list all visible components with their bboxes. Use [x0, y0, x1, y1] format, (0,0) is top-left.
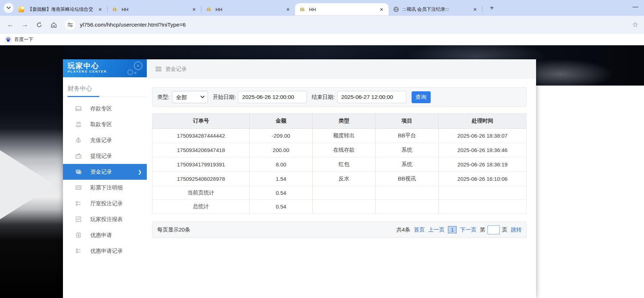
sidebar: 玩家中心 PLAYERS CENTER 财务中心 存款专区: [63, 59, 147, 298]
sidebar-item-label: 彩票下注明细: [90, 184, 123, 191]
table-row: 1750934206947418 200.00 在线存款 系统 2025-06-…: [153, 143, 527, 157]
col-project: 项目: [376, 114, 439, 129]
sidebar-item-hall-bet-records[interactable]: 厅室投注记录: [63, 196, 147, 211]
tab-hh-2[interactable]: HH ✕: [201, 3, 295, 15]
address-bar[interactable]: yl756.com/hhcp/usercenter.html?iniType=6: [80, 22, 186, 28]
background-wedge-shape: [0, 150, 55, 219]
cell-order-id: 1750934206947418: [153, 143, 250, 157]
table-header-row: 订单号 金额 类型 项目 处理时间: [153, 114, 527, 129]
table-row: 1750934179919391 8.00 红包 系统 2025-06-26 1…: [153, 157, 527, 172]
home-icon[interactable]: [50, 21, 58, 29]
promo-icon: [75, 232, 82, 238]
hh-gold-icon: [112, 6, 118, 13]
cell-process-time: 2025-06-26 18:36:19: [439, 157, 527, 172]
minimize-button[interactable]: —: [632, 4, 638, 10]
sidebar-item-withdraw-zone[interactable]: 取款专区: [63, 116, 147, 132]
sidebar-item-recharge-records[interactable]: 充值记录: [63, 132, 147, 148]
tab-close-icon[interactable]: ✕: [378, 6, 385, 13]
cell-project: BB视讯: [376, 172, 439, 186]
cell-amount: 0.54: [250, 200, 313, 214]
start-date-label: 开始日期:: [213, 94, 236, 101]
moneybag-icon: [75, 137, 82, 143]
tab-video-records[interactable]: :::视讯 会员下注纪录::: ✕: [389, 3, 482, 15]
cell-process-time: 2025-06-26 18:36:46: [439, 143, 527, 157]
table-row-page-total: 当前页统计 0.54: [153, 186, 527, 200]
end-date-input[interactable]: [337, 91, 406, 103]
globe-icon: [393, 6, 399, 13]
ticket-icon: [75, 184, 82, 191]
tab-divider: [482, 6, 482, 13]
mail-icon: [18, 6, 24, 13]
sidebar-item-label: 存款专区: [90, 105, 112, 112]
tab-hh-1[interactable]: HH ✕: [108, 3, 201, 15]
menu-icon[interactable]: [155, 67, 162, 71]
type-label: 类型:: [157, 94, 169, 101]
end-date-label: 结束日期:: [312, 94, 335, 101]
table-row: 1750925406028978 1.54 反水 BB视讯 2025-06-26…: [153, 172, 527, 186]
pagination-bar: 每页显示20条 共4条 首页 上一页 1 下一页 第 页 跳转: [152, 221, 527, 238]
hh-gold-icon: [299, 6, 306, 13]
site-info-icon[interactable]: [65, 19, 76, 30]
cell-order-id: 1750934179919391: [153, 157, 250, 172]
baidu-favicon: [5, 36, 12, 43]
search-button[interactable]: 查询: [412, 91, 431, 103]
tab-forum[interactable]: 【新提醒】海燕策略论坛综合交 ✕: [14, 3, 107, 15]
cell-empty: [376, 200, 439, 214]
cell-empty: [376, 186, 439, 200]
col-process-time: 处理时间: [439, 114, 527, 129]
bookmark-star-icon[interactable]: ☆: [632, 20, 638, 29]
cell-empty: [313, 186, 376, 200]
funds-table: 订单号 金额 类型 项目 处理时间 1750934287444442 -209.…: [152, 113, 527, 214]
bookmark-item-baidu[interactable]: 百度一下: [14, 36, 33, 43]
sidebar-item-player-report[interactable]: 玩家投注报表: [63, 211, 147, 227]
sidebar-item-lottery-details[interactable]: 彩票下注明细: [63, 180, 147, 196]
jump-button[interactable]: 跳转: [511, 226, 522, 233]
sidebar-menu: 存款专区 取款专区 充值记录: [63, 97, 147, 259]
cell-amount: -209.00: [250, 129, 313, 143]
tab-close-icon[interactable]: ✕: [97, 6, 104, 13]
new-tab-button[interactable]: +: [487, 3, 497, 13]
total-count-text: 共4条: [396, 226, 410, 233]
next-page-link[interactable]: 下一页: [460, 226, 476, 233]
reload-icon[interactable]: [35, 21, 43, 29]
start-date-input[interactable]: [238, 91, 307, 103]
tab-close-icon[interactable]: ✕: [191, 6, 198, 13]
cell-project: 系统: [376, 143, 439, 157]
cell-type: 额度转出: [313, 129, 376, 143]
tab-title: HH: [309, 7, 378, 12]
prev-page-link[interactable]: 上一页: [428, 226, 444, 233]
browser-toolbar: ← → yl756.com/hhcp/usercenter.html?iniTy…: [0, 16, 644, 34]
sidebar-item-funds-records[interactable]: 资金记录 ❯: [63, 164, 147, 180]
tab-close-icon[interactable]: ✕: [472, 6, 479, 13]
forward-icon[interactable]: →: [21, 21, 29, 29]
bookmarks-bar: 百度一下: [0, 34, 644, 45]
type-select[interactable]: 全部: [172, 91, 208, 103]
sidebar-item-promo-records[interactable]: 优惠申请记录: [63, 243, 147, 259]
withdraw-hand-icon: [75, 121, 82, 128]
section-underline: [63, 97, 147, 97]
first-page-link[interactable]: 首页: [414, 226, 425, 233]
tab-close-icon[interactable]: ✕: [285, 6, 291, 13]
sidebar-item-label: 玩家投注报表: [90, 216, 123, 223]
gamepad-icon: [124, 61, 144, 77]
sidebar-item-withdraw-records[interactable]: 提现记录: [63, 148, 147, 164]
col-amount: 金额: [250, 114, 313, 129]
sidebar-item-deposit[interactable]: 存款专区: [63, 101, 147, 116]
chevron-down-icon: [6, 6, 11, 9]
tab-title: :::视讯 会员下注纪录:::: [403, 6, 472, 13]
filter-bar: 类型: 全部 开始日期: 结束日期: 查询: [152, 87, 527, 107]
cell-process-time: 2025-06-26 16:10:06: [439, 172, 527, 186]
jump-page-input[interactable]: [487, 225, 500, 234]
cell-empty: [439, 186, 527, 200]
sidebar-item-promo-apply[interactable]: 优惠申请: [63, 227, 147, 243]
report-chart-icon: [75, 216, 82, 223]
table-row-grand-total: 总统计 0.54: [153, 200, 527, 214]
tab-hh-active[interactable]: HH ✕: [295, 3, 389, 15]
back-icon[interactable]: ←: [6, 21, 14, 29]
page-size-text: 每页显示20条: [157, 226, 190, 233]
chevron-right-icon: ❯: [138, 169, 142, 175]
tab-search-button[interactable]: [4, 3, 14, 13]
sidebar-item-label: 厅室投注记录: [90, 200, 123, 207]
cell-amount: 1.54: [250, 172, 313, 186]
cell-amount: 8.00: [250, 157, 313, 172]
